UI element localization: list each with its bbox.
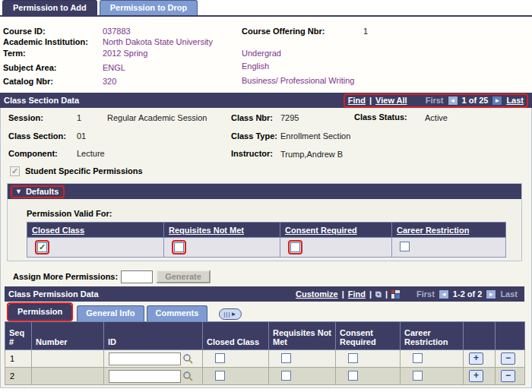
component-label: Component: xyxy=(8,149,58,158)
subject-area-value: ENGL xyxy=(103,63,125,72)
grid-header-row: Seq # Number ID Closed Class Requisites … xyxy=(5,322,525,350)
class-status-value: Active xyxy=(425,113,448,122)
row-requisites-not-met-checkbox[interactable] xyxy=(281,353,291,363)
class-section-data-title: Class Section Data xyxy=(4,96,79,105)
class-section-data-bar: Class Section Data Find | View All First… xyxy=(0,93,532,108)
default-career-restriction-checkbox[interactable] xyxy=(400,242,410,251)
header-remove-col xyxy=(496,322,525,350)
subject-desc-value: English xyxy=(242,62,269,71)
valid-for-header-career-restriction[interactable]: Career Restriction xyxy=(397,226,469,235)
class-section-value: 01 xyxy=(77,131,86,141)
career-value: Undergrad xyxy=(242,49,281,58)
seq-value: 1 xyxy=(5,350,32,368)
grid-first-label: First xyxy=(416,289,435,299)
tab-permission-to-add[interactable]: Permission to Add xyxy=(2,0,97,15)
academic-institution-value: North Dakota State University xyxy=(103,37,213,46)
student-specific-permissions-checkbox: ✓ xyxy=(10,166,20,176)
class-type-value: Enrollment Section xyxy=(280,131,350,141)
header-career-restriction: Career Restriction xyxy=(401,322,464,350)
defaults-bar: ▼ Defaults xyxy=(8,184,521,199)
student-specific-permissions-label: Student Specific Permissions xyxy=(25,166,143,175)
section-position: 1 of 25 xyxy=(462,96,489,105)
add-row-button[interactable]: + xyxy=(469,352,483,365)
header-consent-required: Consent Required xyxy=(336,322,401,350)
subject-area-label: Subject Area: xyxy=(3,63,57,72)
row-closed-class-checkbox[interactable] xyxy=(215,353,225,363)
previous-row-icon[interactable]: ◄ xyxy=(448,96,458,106)
session-label: Session: xyxy=(8,113,43,122)
customize-link[interactable]: Customize xyxy=(296,289,338,299)
permission-valid-for-label: Permission Valid For: xyxy=(27,209,112,218)
separator: | xyxy=(369,96,372,105)
default-requisites-not-met-checkbox[interactable] xyxy=(174,242,184,252)
lookup-magnifier-icon[interactable] xyxy=(182,371,194,382)
instructor-value: Trump,Andrew B xyxy=(280,150,343,159)
separator: | xyxy=(342,289,344,299)
catalog-nbr-value: 320 xyxy=(103,77,116,86)
term-value: 2012 Spring xyxy=(103,49,147,58)
grid-last-label: Last xyxy=(500,289,518,299)
assign-more-permissions-input[interactable] xyxy=(121,270,153,283)
delete-row-button[interactable]: − xyxy=(501,370,515,382)
page-tab-bar: Permission to Add Permission to Drop xyxy=(0,0,532,17)
add-row-button[interactable]: + xyxy=(469,370,483,382)
seq-value: 2 xyxy=(5,368,32,385)
assign-more-permissions-row: Assign More Permissions: Generate xyxy=(13,270,211,283)
valid-for-header-requisites-not-met[interactable]: Requisites Not Met xyxy=(169,226,244,235)
header-closed-class: Closed Class xyxy=(203,322,269,350)
show-all-columns-icon[interactable]: |||► xyxy=(219,308,242,320)
find-link[interactable]: Find xyxy=(348,96,366,105)
section-pagination-highlight: Find | View All First ◄ 1 of 25 ► Last xyxy=(344,93,528,108)
defaults-collapse-control[interactable]: ▼ Defaults xyxy=(11,185,65,198)
view-all-link[interactable]: View All xyxy=(375,96,407,105)
row-consent-required-checkbox[interactable] xyxy=(348,353,358,363)
class-permission-grid: Seq # Number ID Closed Class Requisites … xyxy=(5,321,525,385)
tab-comments[interactable]: Comments xyxy=(147,305,208,321)
grid-previous-icon[interactable]: ◄ xyxy=(439,289,449,299)
delete-row-button[interactable]: − xyxy=(501,352,515,365)
defaults-title: Defaults xyxy=(26,187,59,196)
tab-general-info[interactable]: General Info xyxy=(77,305,144,321)
lookup-magnifier-icon[interactable] xyxy=(182,353,194,365)
component-value: Lecture xyxy=(77,149,105,158)
catalog-nbr-label: Catalog Nbr: xyxy=(3,77,53,86)
valid-for-header-consent-required[interactable]: Consent Required xyxy=(285,226,357,235)
grid-next-icon[interactable]: ► xyxy=(486,289,496,299)
header-seq: Seq # xyxy=(5,322,32,350)
header-number: Number xyxy=(32,322,104,350)
tab-permission-to-drop[interactable]: Permission to Drop xyxy=(100,0,198,15)
valid-for-header-closed-class[interactable]: Closed Class xyxy=(32,226,84,235)
default-closed-class-checkbox[interactable]: ✓ xyxy=(37,242,47,252)
course-header: Course ID: 037883 Course Offering Nbr: 1… xyxy=(0,17,532,93)
header-id: ID xyxy=(104,322,203,350)
id-input[interactable] xyxy=(109,370,181,383)
next-row-icon[interactable]: ► xyxy=(492,96,502,106)
term-label: Term: xyxy=(3,49,26,58)
row-requisites-not-met-checkbox[interactable] xyxy=(281,371,291,381)
course-offering-label: Course Offering Nbr: xyxy=(242,27,325,36)
default-consent-required-checkbox[interactable] xyxy=(290,242,300,252)
id-input[interactable] xyxy=(109,352,181,365)
tab-permission[interactable]: Permission xyxy=(8,304,71,320)
class-section-label: Class Section: xyxy=(8,131,66,141)
download-grid-icon[interactable] xyxy=(391,290,400,299)
row-consent-required-checkbox[interactable] xyxy=(348,371,358,381)
view-all-popup-icon[interactable]: ⧉ xyxy=(375,289,382,299)
grid-find-link[interactable]: Find xyxy=(348,289,366,299)
collapse-triangle-icon: ▼ xyxy=(15,188,22,195)
header-add-col xyxy=(464,322,496,350)
permission-valid-for-table: Closed Class Requisites Not Met Consent … xyxy=(27,222,506,258)
number-value xyxy=(32,350,104,368)
separator: | xyxy=(369,289,372,299)
grid-toolbar: Customize | Find | ⧉ | First ◄ 1-2 of 2 … xyxy=(293,289,521,300)
row-career-restriction-checkbox[interactable] xyxy=(413,353,423,363)
class-status-label: Class Status: xyxy=(354,112,407,122)
first-label: First xyxy=(426,96,444,105)
row-career-restriction-checkbox[interactable] xyxy=(413,371,423,381)
academic-institution-label: Academic Institution: xyxy=(3,37,88,46)
course-offering-value: 1 xyxy=(363,27,368,36)
last-link[interactable]: Last xyxy=(506,96,524,105)
row-closed-class-checkbox[interactable] xyxy=(215,371,225,381)
generate-button[interactable]: Generate xyxy=(156,270,211,283)
class-permission-data-title: Class Permission Data xyxy=(8,289,99,299)
